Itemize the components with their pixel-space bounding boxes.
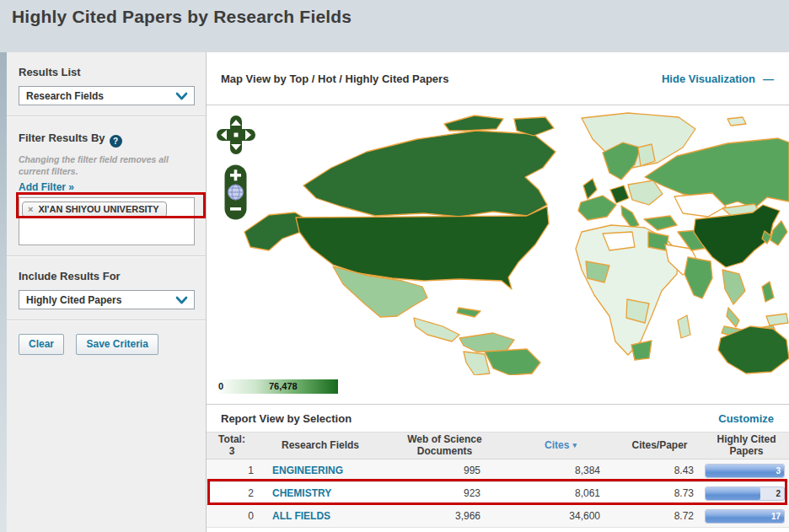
- table-row-engineering: 1 ENGINEERING 995 8,384 8.43 3: [207, 459, 789, 482]
- sidebar: Results List Research Fields Filter Resu…: [7, 52, 207, 532]
- page-title: Highly Cited Papers by Research Fields: [12, 7, 789, 27]
- column-header-total: Total: 3: [207, 433, 257, 459]
- cites-cell: 8,384: [506, 465, 615, 476]
- bar-value: 3: [776, 466, 781, 476]
- world-choropleth-map[interactable]: [207, 105, 789, 375]
- bar-value: 2: [776, 489, 781, 498]
- field-link[interactable]: ALL FIELDS: [257, 510, 384, 522]
- results-list-heading: Results List: [19, 66, 194, 78]
- table-header-row: Total: 3 Research Fields Web of Science …: [207, 432, 789, 459]
- report-view-title: Report View by Selection: [221, 412, 352, 425]
- map-region-germany: [610, 185, 629, 203]
- map-region-brazil: [485, 349, 540, 375]
- highly-cited-bar: 17: [705, 509, 785, 524]
- rank-cell: 0: [207, 510, 257, 522]
- cites-per-paper-cell: 8.43: [615, 465, 704, 476]
- cites-per-paper-cell: 8.73: [615, 487, 704, 499]
- map-region-colombia-venezuela: [459, 333, 514, 352]
- column-header-research-fields: Research Fields: [257, 433, 384, 459]
- world-map-area[interactable]: [207, 105, 789, 375]
- include-results-heading: Include Results For: [19, 270, 194, 282]
- map-zoom-control[interactable]: [224, 164, 247, 220]
- map-region-arctic-islands: [444, 116, 503, 131]
- remove-filter-icon[interactable]: ×: [28, 204, 33, 214]
- hide-visualization-link[interactable]: Hide Visualization —: [662, 73, 774, 85]
- highly-cited-bar: 2: [705, 486, 785, 501]
- map-region-canada: [303, 131, 556, 217]
- map-region-philippines: [762, 282, 774, 302]
- highly-cited-bar-cell: 17: [704, 509, 789, 524]
- rank-cell: 2: [207, 487, 257, 499]
- field-link[interactable]: CHEMISTRY: [257, 487, 384, 499]
- map-region-new-guinea: [766, 314, 788, 325]
- table-row-all-fields: 0 ALL FIELDS 3,966 34,600 8.72 17: [207, 505, 789, 528]
- column-header-highly-cited: Highly Cited Papers: [704, 433, 789, 459]
- customize-link[interactable]: Customize: [718, 412, 774, 425]
- documents-cell: 3,966: [384, 510, 506, 522]
- map-region-indochina: [722, 270, 745, 304]
- highly-cited-bar-cell: 2: [704, 486, 789, 501]
- column-header-cites-per-paper: Cites/Paper: [615, 433, 704, 459]
- report-section: Report View by Selection Customize Total…: [207, 404, 789, 528]
- map-region-usa: [296, 207, 549, 289]
- add-filter-link[interactable]: Add Filter »: [19, 181, 74, 193]
- legend-min-value: 0: [218, 381, 223, 391]
- include-results-dropdown[interactable]: Highly Cited Papers: [19, 290, 195, 309]
- map-region-malaysia: [727, 308, 739, 327]
- map-view-title: Map View by Top / Hot / Highly Cited Pap…: [221, 73, 448, 85]
- filter-chip-label: XI'AN SHIYOU UNIVERSITY: [38, 204, 158, 214]
- map-region-france-iberia: [578, 196, 616, 220]
- filter-note: Changing the filter field removes all cu…: [19, 153, 187, 177]
- map-region-andes: [464, 352, 490, 375]
- field-link[interactable]: ENGINEERING: [257, 465, 384, 476]
- legend-max-value: 76,478: [269, 381, 298, 391]
- results-list-section: Results List Research Fields: [7, 52, 206, 116]
- map-region-svalbard: [727, 117, 746, 126]
- help-icon[interactable]: ?: [110, 135, 122, 148]
- hide-visualization-label: Hide Visualization: [662, 73, 755, 85]
- bar-value: 17: [771, 512, 781, 521]
- filter-section: Filter Results By? Changing the filter f…: [7, 116, 206, 256]
- zoom-out-icon: [230, 207, 241, 211]
- include-results-selected: Highly Cited Papers: [26, 294, 121, 306]
- highly-cited-bar: 3: [705, 464, 785, 478]
- map-color-legend: 0 76,478: [217, 379, 338, 394]
- chevron-down-icon: [175, 296, 188, 304]
- results-list-dropdown[interactable]: Research Fields: [19, 86, 195, 105]
- filter-chip[interactable]: × XI'AN SHIYOU UNIVERSITY: [22, 202, 167, 218]
- rank-cell: 1: [207, 465, 257, 476]
- include-results-section: Include Results For Highly Cited Papers: [7, 256, 206, 320]
- map-region-italy: [621, 206, 639, 228]
- cites-per-paper-cell: 8.72: [615, 510, 704, 522]
- clear-button[interactable]: Clear: [19, 334, 64, 355]
- map-region-turkey: [644, 216, 677, 230]
- cites-cell: 34,600: [506, 510, 615, 522]
- filter-heading: Filter Results By: [19, 132, 105, 144]
- main-panel: Map View by Top / Hot / Highly Cited Pap…: [207, 52, 789, 532]
- page-edge-strip: [0, 52, 7, 532]
- globe-icon: [228, 185, 244, 200]
- column-header-wos-documents: Web of Science Documents: [384, 433, 506, 459]
- collapse-icon: —: [763, 73, 774, 85]
- column-header-cites[interactable]: Cites ▾: [506, 433, 615, 459]
- save-criteria-button[interactable]: Save Criteria: [76, 334, 158, 355]
- map-region-cuba: [457, 308, 480, 317]
- highly-cited-bar-cell: 3: [704, 464, 789, 478]
- map-region-eastern-europe: [628, 180, 663, 205]
- map-region-uk: [583, 179, 597, 199]
- documents-cell: 923: [384, 487, 506, 499]
- page-header: Highly Cited Papers by Research Fields: [0, 0, 789, 52]
- cites-cell: 8,061: [506, 487, 615, 499]
- sort-down-icon: ▾: [572, 441, 577, 449]
- chevron-down-icon: [175, 92, 188, 100]
- table-row-chemistry: 2 CHEMISTRY 923 8,061 8.73 2: [207, 482, 789, 505]
- active-filters-box: × XI'AN SHIYOU UNIVERSITY: [19, 197, 195, 245]
- map-region-central-america: [414, 318, 459, 341]
- map-region-india: [684, 257, 712, 298]
- map-pan-control[interactable]: [217, 116, 255, 154]
- map-region-madagascar: [678, 315, 690, 338]
- results-list-selected: Research Fields: [26, 90, 104, 102]
- documents-cell: 995: [384, 465, 506, 476]
- actions-section: Clear Save Criteria: [7, 320, 206, 365]
- visualization-header: Map View by Top / Hot / Highly Cited Pap…: [207, 52, 789, 105]
